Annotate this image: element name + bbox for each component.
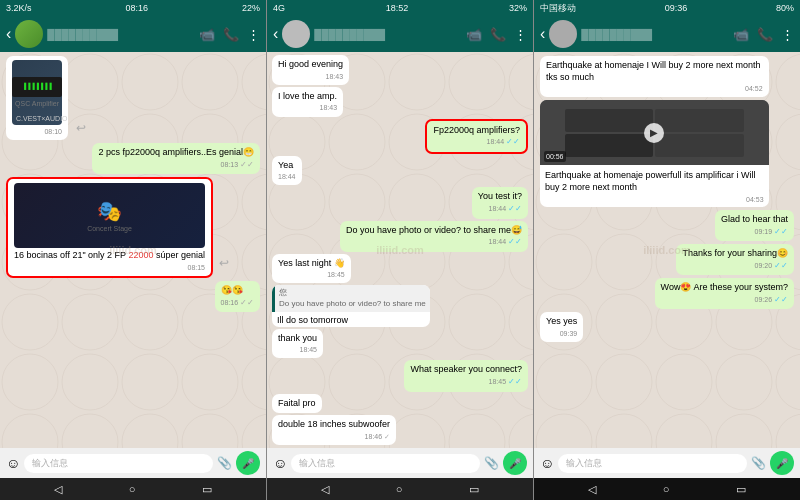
reply-icon-3[interactable]: ↩ (219, 256, 229, 272)
input-placeholder-1: 输入信息 (32, 458, 68, 468)
text-p3-4: Thanks for your sharing😊 (682, 248, 788, 258)
nav-back-3[interactable]: ◁ (588, 483, 596, 496)
status-bar-2: 4G 18:52 32% (267, 0, 533, 16)
message-input-1[interactable]: 输入信息 (24, 454, 213, 473)
text-p2-1: Hi good evening (278, 59, 343, 69)
msg-p2-12: double 18 inches subwoofer 18:46 ✓ (272, 415, 396, 445)
video-thumbnail-3[interactable]: ▶ 00:56 (540, 100, 769, 165)
nav-home-3[interactable]: ○ (663, 483, 670, 495)
more-icon-3[interactable]: ⋮ (781, 27, 794, 42)
mic-icon-2: 🎤 (509, 458, 521, 469)
mic-icon-1: 🎤 (242, 458, 254, 469)
msg-p2-4: Yea 18:44 (272, 156, 302, 186)
panel-3: 中国移动 09:36 80% ‹ ██████████ 📹 📞 ⋮ Earthq… (534, 0, 800, 500)
attach-icon-2[interactable]: 📎 (484, 456, 499, 470)
nav-square-1[interactable]: ▭ (202, 483, 212, 496)
msg-p3-1: Earthquake at homenaje I Will buy 2 more… (540, 56, 769, 97)
mic-button-2[interactable]: 🎤 (503, 451, 527, 475)
input-bar-3: ☺ 输入信息 📎 🎤 (534, 448, 800, 478)
text-p3-5: Wow😍 Are these your system? (661, 282, 788, 292)
header-icons-3[interactable]: 📹 📞 ⋮ (733, 27, 794, 42)
text-p2-7: Yes last night 👋 (278, 258, 345, 268)
text-p2-11: Faital pro (278, 398, 316, 408)
attach-icon-3[interactable]: 📎 (751, 456, 766, 470)
mic-button-3[interactable]: 🎤 (770, 451, 794, 475)
message-input-3[interactable]: 输入信息 (558, 454, 747, 473)
nav-bar-1: ◁ ○ ▭ (0, 478, 266, 500)
emoji-icon-1[interactable]: ☺ (6, 455, 20, 471)
msg-p3-6: Yes yes 09:39 (540, 312, 583, 342)
text-p1-3: 16 bocinas off 21" only 2 FP 22000 súper… (14, 250, 205, 262)
time-3: 09:36 (665, 3, 688, 13)
text-p2-5: You test it? (478, 191, 522, 201)
chat-messages-2: Hi good evening 18:43 I love the amp. 18… (267, 52, 533, 448)
time-p1-1: 08:10 (12, 127, 62, 136)
chat-messages-1: ▐▐▐▐▐▐▐ QSC Amplifier C.VEST×AUDIO 08:10… (0, 52, 266, 448)
quote-label-2: 您 (279, 288, 287, 297)
msg-p3-5: Wow😍 Are these your system? 09:26 ✓✓ (655, 278, 794, 309)
nav-home-1[interactable]: ○ (129, 483, 136, 495)
text-p1-2: 2 pcs fp22000q amplifiers..Es genial😁 (98, 147, 254, 157)
video-call-icon-2[interactable]: 📹 (466, 27, 482, 42)
input-bar-1: ☺ 输入信息 📎 🎤 (0, 448, 266, 478)
nav-square-2[interactable]: ▭ (469, 483, 479, 496)
input-placeholder-2: 输入信息 (299, 458, 335, 468)
input-placeholder-3: 输入信息 (566, 458, 602, 468)
quote-text-2: Do you have photo or video? to share me (279, 299, 426, 308)
emoji-icon-3[interactable]: ☺ (540, 455, 554, 471)
mic-button-1[interactable]: 🎤 (236, 451, 260, 475)
avatar-3 (549, 20, 577, 48)
chat-header-3: ‹ ██████████ 📹 📞 ⋮ (534, 16, 800, 52)
avatar-1 (15, 20, 43, 48)
msg-p2-10: What speaker you connect? 18:45 ✓✓ (404, 360, 528, 391)
more-icon-2[interactable]: ⋮ (514, 27, 527, 42)
input-bar-2: ☺ 输入信息 📎 🎤 (267, 448, 533, 478)
nav-bar-3: ◁ ○ ▭ (534, 478, 800, 500)
msg-p2-7: Yes last night 👋 18:45 (272, 254, 351, 284)
nav-home-2[interactable]: ○ (396, 483, 403, 495)
header-icons-1[interactable]: 📹 📞 ⋮ (199, 27, 260, 42)
back-arrow-1[interactable]: ‹ (6, 25, 11, 43)
text-p3-2: Earthquake at homenaje powerfull its amp… (545, 170, 756, 192)
more-icon-1[interactable]: ⋮ (247, 27, 260, 42)
back-arrow-3[interactable]: ‹ (540, 25, 545, 43)
text-p2-2: I love the amp. (278, 91, 337, 101)
contact-name-2: ██████████ (314, 29, 462, 40)
status-bar-3: 中国移动 09:36 80% (534, 0, 800, 16)
panel-2: 4G 18:52 32% ‹ ██████████ 📹 📞 ⋮ Hi good … (267, 0, 534, 500)
nav-back-1[interactable]: ◁ (54, 483, 62, 496)
time-p1-3: 08:15 (14, 263, 205, 272)
msg-p2-3: Fp22000q amplifiers? 18:44 ✓✓ (425, 119, 528, 154)
phone-icon-1[interactable]: 📞 (223, 27, 239, 42)
attach-icon-1[interactable]: 📎 (217, 456, 232, 470)
video-call-icon-3[interactable]: 📹 (733, 27, 749, 42)
amp-image: ▐▐▐▐▐▐▐ QSC Amplifier C.VEST×AUDIO (12, 60, 62, 125)
text-p3-1: Earthquake at homenaje I Will buy 2 more… (546, 60, 761, 82)
chat-header-2: ‹ ██████████ 📹 📞 ⋮ (267, 16, 533, 52)
video-duration-3: 00:56 (544, 151, 566, 162)
emoji-icon-2[interactable]: ☺ (273, 455, 287, 471)
message-input-2[interactable]: 输入信息 (291, 454, 480, 473)
text-p3-3: Glad to hear that (721, 214, 788, 224)
panel-1: 3.2K/s 08:16 22% ‹ ██████████ 📹 📞 ⋮ ▐▐▐▐… (0, 0, 267, 500)
time-p1-4: 08:16 ✓✓ (221, 298, 254, 308)
video-call-icon-1[interactable]: 📹 (199, 27, 215, 42)
msg-p1-2: 2 pcs fp22000q amplifiers..Es genial😁 08… (92, 143, 260, 174)
nav-square-3[interactable]: ▭ (736, 483, 746, 496)
msg-p1-4: 😘😘 08:16 ✓✓ (215, 281, 260, 312)
text-p2-6: Do you have photo or video? to share me😅 (346, 225, 522, 235)
back-arrow-2[interactable]: ‹ (273, 25, 278, 43)
phone-icon-2[interactable]: 📞 (490, 27, 506, 42)
msg-p1-1: ▐▐▐▐▐▐▐ QSC Amplifier C.VEST×AUDIO 08:10… (6, 56, 68, 140)
nav-back-2[interactable]: ◁ (321, 483, 329, 496)
nav-bar-2: ◁ ○ ▭ (267, 478, 533, 500)
header-icons-2[interactable]: 📹 📞 ⋮ (466, 27, 527, 42)
phone-icon-3[interactable]: 📞 (757, 27, 773, 42)
amp-label: C.VEST×AUDIO (16, 114, 68, 123)
text-p3-6: Yes yes (546, 316, 577, 326)
msg-p2-2: I love the amp. 18:43 (272, 87, 343, 117)
signal-2: 4G (273, 3, 285, 13)
text-p2-3: Fp22000q amplifiers? (433, 125, 520, 135)
msg-p1-3: 🎭 Concert Stage 16 bocinas off 21" only … (6, 177, 213, 278)
reply-icon-1[interactable]: ↩ (76, 121, 86, 137)
